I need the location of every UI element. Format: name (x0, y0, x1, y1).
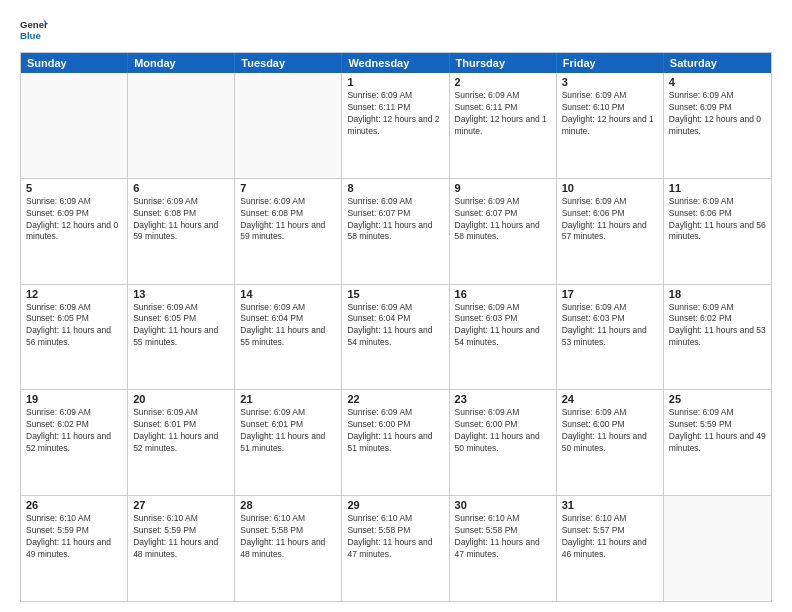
day-info: Sunrise: 6:09 AM Sunset: 6:03 PM Dayligh… (455, 302, 551, 350)
day-cell: 31Sunrise: 6:10 AM Sunset: 5:57 PM Dayli… (557, 496, 664, 601)
day-number: 3 (562, 76, 658, 88)
day-cell: 18Sunrise: 6:09 AM Sunset: 6:02 PM Dayli… (664, 285, 771, 390)
day-number: 28 (240, 499, 336, 511)
day-cell: 6Sunrise: 6:09 AM Sunset: 6:08 PM Daylig… (128, 179, 235, 284)
day-header: Monday (128, 53, 235, 73)
day-info: Sunrise: 6:09 AM Sunset: 6:00 PM Dayligh… (455, 407, 551, 455)
day-cell: 24Sunrise: 6:09 AM Sunset: 6:00 PM Dayli… (557, 390, 664, 495)
day-cell: 30Sunrise: 6:10 AM Sunset: 5:58 PM Dayli… (450, 496, 557, 601)
day-cell: 20Sunrise: 6:09 AM Sunset: 6:01 PM Dayli… (128, 390, 235, 495)
day-info: Sunrise: 6:09 AM Sunset: 6:00 PM Dayligh… (347, 407, 443, 455)
day-cell: 26Sunrise: 6:10 AM Sunset: 5:59 PM Dayli… (21, 496, 128, 601)
day-number: 10 (562, 182, 658, 194)
day-number: 19 (26, 393, 122, 405)
day-cell: 4Sunrise: 6:09 AM Sunset: 6:09 PM Daylig… (664, 73, 771, 178)
day-number: 5 (26, 182, 122, 194)
day-info: Sunrise: 6:09 AM Sunset: 6:11 PM Dayligh… (347, 90, 443, 138)
day-header: Wednesday (342, 53, 449, 73)
day-info: Sunrise: 6:10 AM Sunset: 5:59 PM Dayligh… (133, 513, 229, 561)
day-info: Sunrise: 6:10 AM Sunset: 5:58 PM Dayligh… (347, 513, 443, 561)
day-info: Sunrise: 6:09 AM Sunset: 6:04 PM Dayligh… (240, 302, 336, 350)
day-cell: 21Sunrise: 6:09 AM Sunset: 6:01 PM Dayli… (235, 390, 342, 495)
week-row: 19Sunrise: 6:09 AM Sunset: 6:02 PM Dayli… (21, 389, 771, 495)
day-cell: 7Sunrise: 6:09 AM Sunset: 6:08 PM Daylig… (235, 179, 342, 284)
logo-icon: General Blue (20, 16, 48, 44)
day-info: Sunrise: 6:09 AM Sunset: 6:04 PM Dayligh… (347, 302, 443, 350)
day-cell: 13Sunrise: 6:09 AM Sunset: 6:05 PM Dayli… (128, 285, 235, 390)
day-number: 13 (133, 288, 229, 300)
day-info: Sunrise: 6:09 AM Sunset: 6:11 PM Dayligh… (455, 90, 551, 138)
day-cell: 2Sunrise: 6:09 AM Sunset: 6:11 PM Daylig… (450, 73, 557, 178)
day-number: 25 (669, 393, 766, 405)
day-cell: 23Sunrise: 6:09 AM Sunset: 6:00 PM Dayli… (450, 390, 557, 495)
day-info: Sunrise: 6:09 AM Sunset: 6:09 PM Dayligh… (26, 196, 122, 244)
day-header: Friday (557, 53, 664, 73)
day-info: Sunrise: 6:09 AM Sunset: 6:03 PM Dayligh… (562, 302, 658, 350)
day-header: Sunday (21, 53, 128, 73)
day-info: Sunrise: 6:09 AM Sunset: 5:59 PM Dayligh… (669, 407, 766, 455)
day-number: 15 (347, 288, 443, 300)
day-number: 22 (347, 393, 443, 405)
logo: General Blue (20, 16, 48, 44)
day-info: Sunrise: 6:09 AM Sunset: 6:06 PM Dayligh… (669, 196, 766, 244)
week-row: 1Sunrise: 6:09 AM Sunset: 6:11 PM Daylig… (21, 73, 771, 178)
day-number: 8 (347, 182, 443, 194)
day-cell (21, 73, 128, 178)
day-number: 21 (240, 393, 336, 405)
svg-text:Blue: Blue (20, 30, 41, 41)
day-info: Sunrise: 6:09 AM Sunset: 6:02 PM Dayligh… (669, 302, 766, 350)
day-cell (128, 73, 235, 178)
day-number: 26 (26, 499, 122, 511)
day-info: Sunrise: 6:09 AM Sunset: 6:09 PM Dayligh… (669, 90, 766, 138)
day-number: 2 (455, 76, 551, 88)
day-info: Sunrise: 6:09 AM Sunset: 6:02 PM Dayligh… (26, 407, 122, 455)
day-cell: 11Sunrise: 6:09 AM Sunset: 6:06 PM Dayli… (664, 179, 771, 284)
day-info: Sunrise: 6:09 AM Sunset: 6:05 PM Dayligh… (133, 302, 229, 350)
day-number: 17 (562, 288, 658, 300)
day-cell: 12Sunrise: 6:09 AM Sunset: 6:05 PM Dayli… (21, 285, 128, 390)
day-cell: 10Sunrise: 6:09 AM Sunset: 6:06 PM Dayli… (557, 179, 664, 284)
day-cell: 19Sunrise: 6:09 AM Sunset: 6:02 PM Dayli… (21, 390, 128, 495)
day-info: Sunrise: 6:10 AM Sunset: 5:58 PM Dayligh… (455, 513, 551, 561)
day-number: 9 (455, 182, 551, 194)
day-number: 4 (669, 76, 766, 88)
day-number: 29 (347, 499, 443, 511)
day-cell: 22Sunrise: 6:09 AM Sunset: 6:00 PM Dayli… (342, 390, 449, 495)
day-cell: 3Sunrise: 6:09 AM Sunset: 6:10 PM Daylig… (557, 73, 664, 178)
day-headers: SundayMondayTuesdayWednesdayThursdayFrid… (21, 53, 771, 73)
day-number: 30 (455, 499, 551, 511)
weeks: 1Sunrise: 6:09 AM Sunset: 6:11 PM Daylig… (21, 73, 771, 601)
calendar: SundayMondayTuesdayWednesdayThursdayFrid… (20, 52, 772, 602)
day-number: 16 (455, 288, 551, 300)
day-cell: 17Sunrise: 6:09 AM Sunset: 6:03 PM Dayli… (557, 285, 664, 390)
day-header: Tuesday (235, 53, 342, 73)
day-info: Sunrise: 6:09 AM Sunset: 6:07 PM Dayligh… (347, 196, 443, 244)
day-cell: 29Sunrise: 6:10 AM Sunset: 5:58 PM Dayli… (342, 496, 449, 601)
day-number: 7 (240, 182, 336, 194)
day-number: 6 (133, 182, 229, 194)
day-cell: 14Sunrise: 6:09 AM Sunset: 6:04 PM Dayli… (235, 285, 342, 390)
day-header: Thursday (450, 53, 557, 73)
day-cell: 27Sunrise: 6:10 AM Sunset: 5:59 PM Dayli… (128, 496, 235, 601)
day-cell: 25Sunrise: 6:09 AM Sunset: 5:59 PM Dayli… (664, 390, 771, 495)
day-number: 12 (26, 288, 122, 300)
day-cell (235, 73, 342, 178)
day-number: 1 (347, 76, 443, 88)
day-cell: 16Sunrise: 6:09 AM Sunset: 6:03 PM Dayli… (450, 285, 557, 390)
day-info: Sunrise: 6:09 AM Sunset: 6:08 PM Dayligh… (240, 196, 336, 244)
day-number: 27 (133, 499, 229, 511)
day-info: Sunrise: 6:09 AM Sunset: 6:10 PM Dayligh… (562, 90, 658, 138)
day-info: Sunrise: 6:09 AM Sunset: 6:01 PM Dayligh… (133, 407, 229, 455)
day-number: 24 (562, 393, 658, 405)
day-number: 23 (455, 393, 551, 405)
day-cell: 5Sunrise: 6:09 AM Sunset: 6:09 PM Daylig… (21, 179, 128, 284)
day-info: Sunrise: 6:10 AM Sunset: 5:58 PM Dayligh… (240, 513, 336, 561)
day-number: 31 (562, 499, 658, 511)
week-row: 26Sunrise: 6:10 AM Sunset: 5:59 PM Dayli… (21, 495, 771, 601)
day-info: Sunrise: 6:09 AM Sunset: 6:00 PM Dayligh… (562, 407, 658, 455)
day-info: Sunrise: 6:10 AM Sunset: 5:57 PM Dayligh… (562, 513, 658, 561)
day-cell: 8Sunrise: 6:09 AM Sunset: 6:07 PM Daylig… (342, 179, 449, 284)
day-info: Sunrise: 6:09 AM Sunset: 6:01 PM Dayligh… (240, 407, 336, 455)
day-info: Sunrise: 6:09 AM Sunset: 6:07 PM Dayligh… (455, 196, 551, 244)
day-number: 11 (669, 182, 766, 194)
